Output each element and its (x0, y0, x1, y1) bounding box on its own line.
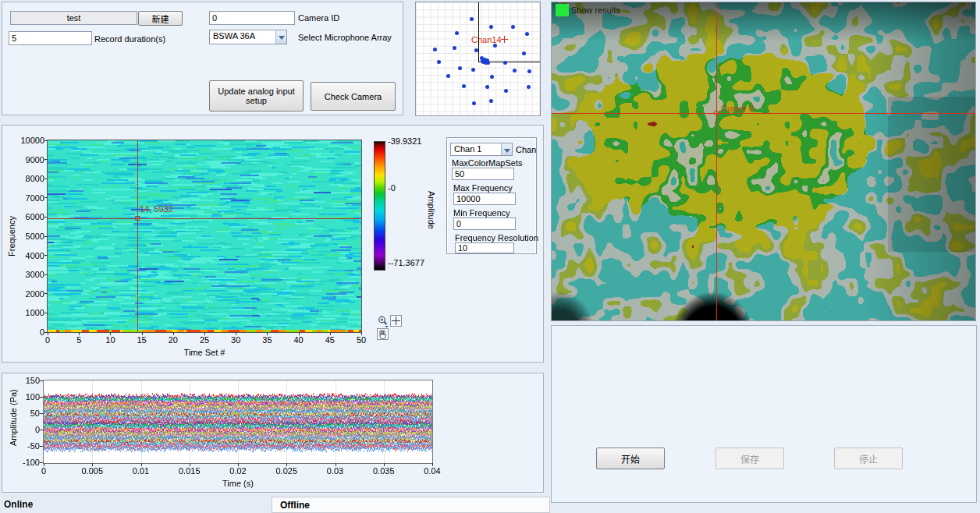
axis-tick-mark (236, 332, 236, 335)
spectrogram-xlabel: Time Set # (48, 348, 361, 357)
axis-tick-label: 0.025 (271, 466, 302, 476)
axis-tick-label: 7000 (10, 193, 44, 203)
chan-select[interactable]: Chan 1 (450, 143, 513, 156)
spectrogram-panel: Frequency 14, 5932 Time Set # -39.9321 -… (2, 125, 544, 363)
test-name-field[interactable] (10, 11, 137, 25)
mic-array-value: BSWA 36A (210, 30, 275, 44)
axis-tick-mark (44, 179, 48, 179)
zoom-tool-icon[interactable] (377, 315, 389, 327)
camera-id-field[interactable] (209, 11, 295, 25)
check-camera-button[interactable]: Check Camera (311, 82, 396, 111)
stop-button: 停止 (834, 448, 903, 469)
axis-tick-label: 3000 (10, 270, 44, 279)
axis-tick-label: 0.04 (417, 466, 448, 476)
waveform-canvas[interactable] (43, 380, 433, 464)
axis-tick-mark (267, 332, 268, 335)
axis-tick-label: 10 (98, 335, 122, 345)
online-status: Online (4, 499, 33, 510)
axis-tick-label: 0.01 (126, 466, 157, 476)
axis-tick-mark (336, 463, 336, 466)
axis-tick-mark (92, 463, 93, 466)
pan-hand-tool-icon[interactable] (377, 328, 389, 340)
record-duration-field[interactable] (9, 31, 92, 45)
mic-position-dot (485, 85, 489, 89)
colorbar-min-label: --71.3677 (388, 258, 424, 267)
mic-position-dot (453, 46, 456, 50)
mic-position-dot (458, 66, 462, 70)
start-button[interactable]: 开始 (596, 448, 665, 469)
axis-tick-mark (40, 380, 43, 381)
axis-tick-mark (110, 332, 111, 335)
axis-tick-mark (44, 274, 48, 275)
acoustic-image-canvas[interactable] (552, 2, 975, 320)
chan-cursor-marker-icon (501, 36, 508, 43)
axis-tick-label: 5000 (10, 232, 44, 241)
camera-id-label: Camera ID (298, 13, 339, 23)
mic-position-dot (511, 25, 515, 29)
mic-position-dot (481, 58, 485, 62)
chan-label: Chan (516, 145, 536, 154)
axis-tick-mark (286, 463, 287, 466)
update-analog-input-button[interactable]: Update analog input setup (209, 80, 304, 111)
axis-tick-mark (141, 463, 142, 466)
camera-cursor-label: Cursor 0 (721, 104, 754, 113)
colorbar-max-label: -39.9321 (388, 136, 421, 146)
frequency-resolution-field[interactable] (455, 242, 514, 253)
mic-position-dot (486, 61, 490, 65)
show-results-checkbox[interactable] (556, 4, 569, 16)
analysis-controls-box: Chan 1 Chan MaxColorMapSets Max Frequenc… (446, 137, 537, 254)
axis-tick-label: 20 (162, 335, 185, 345)
axis-tick-label: 15 (130, 335, 154, 345)
axis-tick-mark (48, 332, 48, 335)
axis-tick-mark (204, 332, 205, 335)
axis-tick-label: 35 (255, 335, 279, 345)
axis-tick-mark (330, 332, 331, 335)
axis-tick-label: 150 (10, 376, 40, 385)
max-frequency-label: Max Frequency (453, 183, 513, 193)
mic-position-dot (503, 61, 507, 65)
save-button: 保存 (715, 448, 784, 469)
chevron-down-icon[interactable] (501, 143, 512, 155)
min-frequency-field[interactable] (453, 218, 516, 230)
mic-position-dot (472, 101, 476, 105)
mic-position-dot (437, 60, 441, 64)
new-button[interactable]: 新建 (138, 11, 183, 26)
max-frequency-field[interactable] (453, 193, 516, 205)
axis-tick-label: 9000 (10, 155, 44, 165)
axis-tick-label: 0.035 (368, 466, 399, 476)
record-duration-label: Record duration(s) (94, 34, 165, 44)
chevron-down-icon[interactable] (275, 30, 286, 44)
axis-tick-label: 50 (350, 335, 373, 345)
axis-tick-mark (173, 332, 174, 335)
axis-tick-mark (44, 255, 48, 256)
max-colormap-sets-field[interactable] (452, 168, 514, 180)
cursor-move-tool-icon[interactable] (390, 315, 402, 327)
axis-tick-label: 0.02 (222, 466, 254, 476)
axis-tick-mark (40, 430, 43, 430)
axis-tick-label: 0 (36, 335, 59, 345)
axis-tick-mark (44, 293, 48, 294)
axis-tick-label: 5 (67, 335, 91, 345)
mic-position-dot (471, 68, 475, 72)
axis-tick-label: 0 (10, 425, 40, 434)
axis-tick-label: 0.005 (76, 466, 108, 476)
mic-position-dot (525, 32, 529, 36)
mic-array-select[interactable]: BSWA 36A (209, 30, 287, 44)
axis-tick-label: 100 (10, 392, 40, 402)
action-panel: 开始 保存 停止 (551, 325, 977, 503)
axis-tick-label: 2000 (10, 289, 44, 299)
axis-tick-label: 40 (287, 335, 311, 345)
axis-tick-mark (44, 313, 48, 313)
color-scale (374, 141, 385, 271)
axis-tick-mark (40, 397, 43, 398)
axis-tick-mark (44, 236, 48, 237)
spectrogram-canvas[interactable] (47, 140, 362, 333)
axis-tick-label: 6000 (10, 212, 44, 221)
offline-status: Offline (272, 497, 550, 513)
mic-plot-y-axis (478, 2, 479, 62)
axis-tick-label: 10000 (10, 136, 44, 145)
axis-tick-mark (142, 332, 143, 335)
axis-tick-mark (299, 332, 300, 335)
mic-position-dot (489, 25, 493, 29)
axis-tick-mark (361, 332, 362, 335)
